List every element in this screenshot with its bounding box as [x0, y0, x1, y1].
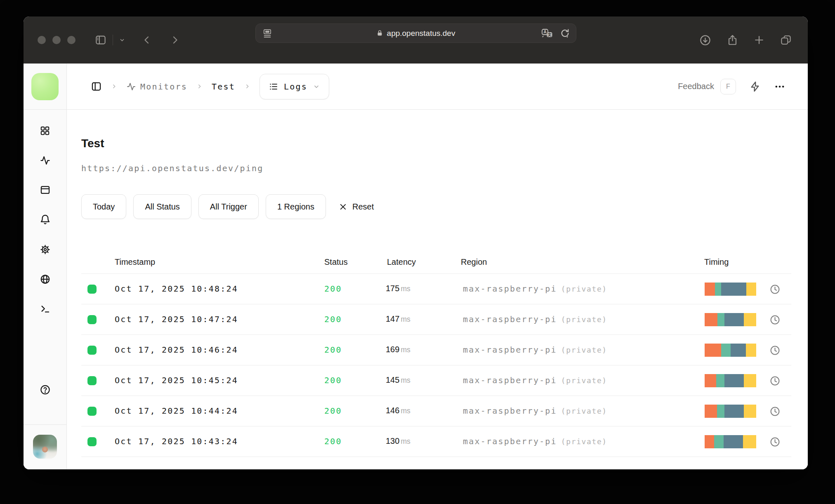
sidebar-item-cli[interactable] — [40, 303, 51, 314]
filter-button[interactable]: All Trigger — [198, 194, 259, 219]
row-status: 200 — [324, 284, 342, 294]
row-timestamp: Oct 17, 2025 10:45:24 — [115, 375, 238, 385]
region-visibility: (private) — [561, 376, 607, 385]
timing-segment — [724, 435, 743, 448]
app-sidebar-toggle-button[interactable] — [91, 81, 102, 92]
svg-text:A: A — [543, 30, 546, 34]
latency-unit: ms — [401, 376, 410, 384]
quick-actions-button[interactable] — [749, 81, 761, 92]
sidebar-toggle-button[interactable] — [94, 34, 107, 46]
tab-overview-icon — [780, 34, 792, 46]
share-icon — [726, 34, 738, 47]
status-indicator — [87, 285, 97, 294]
sidebar-item-regions[interactable] — [40, 273, 51, 285]
icon-sidebar — [24, 110, 67, 469]
row-timestamp: Oct 17, 2025 10:47:24 — [115, 314, 238, 324]
breadcrumb-item-monitor-name[interactable]: Test — [212, 82, 235, 92]
sidebar-item-dashboard[interactable] — [40, 125, 51, 136]
row-timestamp: Oct 17, 2025 10:46:24 — [115, 345, 238, 355]
latency-unit: ms — [401, 315, 410, 323]
chevron-right-icon — [244, 83, 251, 90]
timing-segment — [705, 283, 715, 296]
timing-segment — [744, 405, 756, 418]
region-visibility: (private) — [561, 346, 607, 354]
sidebar-menu-chevron[interactable] — [119, 37, 125, 43]
sidebar-item-monitors[interactable] — [40, 155, 51, 166]
address-text[interactable]: app.openstatus.dev — [387, 29, 455, 38]
clock-icon[interactable] — [769, 406, 781, 417]
logs-table: Timestamp Status Latency Region Timing O… — [81, 255, 791, 457]
list-icon — [269, 82, 278, 92]
minimize-button[interactable] — [52, 36, 61, 44]
sidebar-item-notifications[interactable] — [40, 214, 51, 225]
log-row[interactable]: Oct 17, 2025 10:44:24 200 146ms max-rasp… — [81, 396, 791, 426]
share-button[interactable] — [726, 34, 738, 47]
panel-left-icon — [91, 81, 102, 92]
row-timestamp: Oct 17, 2025 10:48:24 — [115, 284, 238, 294]
timing-segment — [744, 313, 756, 326]
help-button[interactable] — [40, 384, 51, 395]
view-selector[interactable]: Logs — [259, 74, 329, 99]
forward-icon — [170, 35, 180, 45]
more-options-button[interactable] — [774, 81, 785, 92]
log-row[interactable]: Oct 17, 2025 10:45:24 200 145ms max-rasp… — [81, 365, 791, 396]
filter-button[interactable]: Today — [81, 194, 126, 219]
clock-icon[interactable] — [769, 284, 781, 295]
tab-overview-button[interactable] — [780, 34, 792, 46]
feedback-button[interactable]: Feedback F — [678, 79, 736, 94]
reload-icon[interactable] — [560, 28, 570, 38]
log-rows: Oct 17, 2025 10:48:24 200 175ms max-rasp… — [81, 274, 791, 457]
filter-button[interactable]: All Status — [133, 194, 191, 219]
filter-bar: Today All Status All Trigger 1 Regions R… — [81, 194, 374, 219]
log-row[interactable]: Oct 17, 2025 10:46:24 200 169ms max-rasp… — [81, 335, 791, 365]
forward-button[interactable] — [170, 35, 180, 45]
clock-icon[interactable] — [769, 314, 781, 325]
log-row[interactable]: Oct 17, 2025 10:43:24 200 130ms max-rasp… — [81, 426, 791, 457]
address-bar[interactable]: app.openstatus.dev A 文 — [255, 24, 576, 43]
status-indicator — [87, 437, 97, 446]
row-status: 200 — [324, 375, 342, 385]
column-region: Region — [461, 257, 487, 267]
sidebar-item-settings[interactable] — [40, 244, 51, 255]
region-visibility: (private) — [561, 315, 607, 324]
filter-button[interactable]: 1 Regions — [266, 194, 326, 219]
breadcrumb-item-monitors[interactable]: Monitors — [126, 82, 187, 92]
column-timing: Timing — [704, 257, 729, 267]
latency-unit: ms — [401, 285, 410, 293]
timing-bar — [705, 313, 756, 326]
clock-icon[interactable] — [769, 345, 781, 356]
timing-segment — [721, 283, 746, 296]
downloads-button[interactable] — [699, 34, 712, 47]
row-status: 200 — [324, 406, 342, 416]
translate-icon[interactable]: A 文 — [541, 28, 554, 39]
user-avatar[interactable] — [33, 435, 57, 459]
timing-bar — [705, 283, 756, 296]
sidebar-item-status-pages[interactable] — [40, 184, 51, 195]
timing-segment — [716, 374, 724, 387]
clock-icon[interactable] — [769, 375, 781, 386]
feedback-shortcut-badge: F — [720, 79, 736, 94]
toolbar-divider — [113, 35, 113, 45]
close-button[interactable] — [38, 36, 46, 44]
row-latency: 175ms — [386, 284, 410, 293]
timing-segment — [705, 405, 717, 418]
browser-toolbar: app.openstatus.dev A 文 — [24, 16, 808, 64]
view-label: Logs — [284, 82, 307, 92]
workspace-logo[interactable] — [31, 73, 59, 100]
chevron-down-icon — [119, 37, 125, 43]
timing-bar — [705, 374, 756, 387]
row-region: max-raspberry-pi(private) — [463, 436, 607, 446]
log-row[interactable]: Oct 17, 2025 10:48:24 200 175ms max-rasp… — [81, 274, 791, 304]
back-button[interactable] — [142, 35, 152, 45]
reset-filters-button[interactable]: Reset — [339, 202, 374, 212]
status-indicator — [87, 376, 97, 385]
zoom-button[interactable] — [67, 36, 75, 44]
site-settings-icon[interactable] — [262, 28, 273, 39]
clock-icon[interactable] — [769, 436, 781, 447]
new-tab-button[interactable] — [753, 34, 765, 46]
back-icon — [142, 35, 152, 45]
log-row[interactable]: Oct 17, 2025 10:47:24 200 147ms max-rasp… — [81, 304, 791, 335]
status-indicator — [87, 346, 97, 355]
timing-bar — [705, 405, 756, 418]
row-region: max-raspberry-pi(private) — [463, 375, 607, 385]
